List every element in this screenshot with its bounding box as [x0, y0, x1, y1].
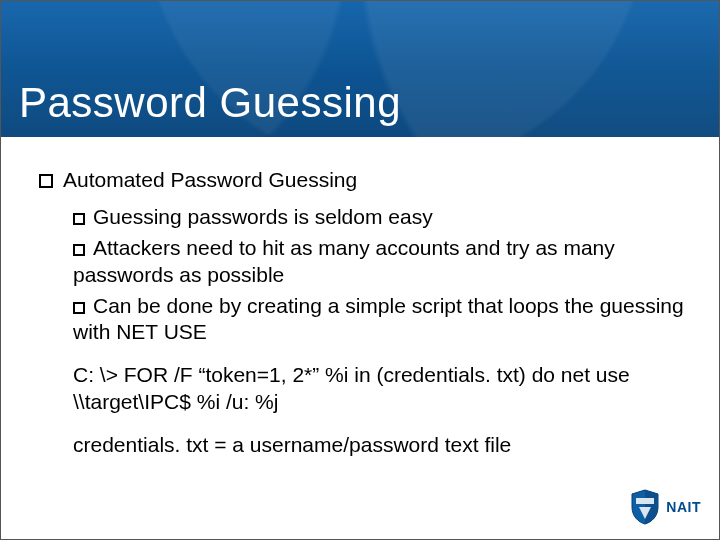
- bullet-l2: Guessing passwords is seldom easy: [73, 204, 687, 231]
- bullet-l1-text: Automated Password Guessing: [63, 168, 357, 191]
- bullet-l2: Attackers need to hit as many accounts a…: [73, 235, 687, 289]
- bullet-l2-text: Can be done by creating a simple script …: [73, 294, 684, 344]
- bullet-l2-text: Guessing passwords is seldom easy: [93, 205, 433, 228]
- brand-text: NAIT: [666, 499, 701, 515]
- slide: Password Guessing Automated Password Gue…: [0, 0, 720, 540]
- bullet-l2: Can be done by creating a simple script …: [73, 293, 687, 347]
- note-line: credentials. txt = a username/password t…: [73, 432, 687, 459]
- brand-logo: NAIT: [630, 489, 701, 525]
- bullet-l1: Automated Password Guessing: [39, 167, 687, 194]
- bullet-icon: [73, 302, 85, 314]
- bullet-icon: [39, 174, 53, 188]
- slide-title: Password Guessing: [19, 79, 401, 127]
- title-banner: Password Guessing: [1, 1, 719, 137]
- slide-body: Automated Password Guessing Guessing pas…: [1, 137, 719, 459]
- code-line: C: \> FOR /F “token=1, 2*” %i in (creden…: [73, 362, 687, 416]
- shield-icon: [630, 489, 660, 525]
- bullet-l2-text: Attackers need to hit as many accounts a…: [73, 236, 615, 286]
- bullet-icon: [73, 213, 85, 225]
- bullet-icon: [73, 244, 85, 256]
